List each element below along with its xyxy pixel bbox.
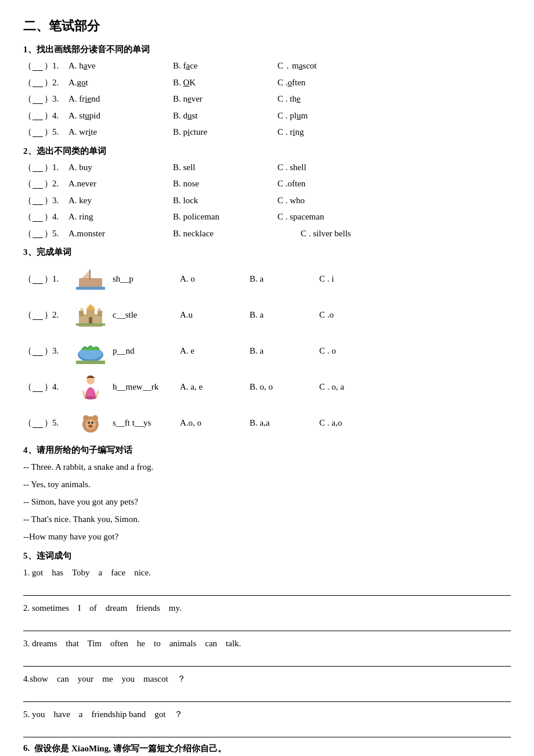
option-a: A.o, o (180, 416, 250, 431)
sentence-num: 5. you have a friendship band got ？ (23, 710, 183, 719)
svg-point-25 (85, 419, 96, 430)
table-row: （ ） 5. A.monster B. necklace C . silver … (23, 226, 511, 242)
svg-rect-5 (79, 311, 84, 316)
option-c: C . ring (277, 125, 304, 140)
option-b: B. sell (173, 160, 277, 175)
answer-blank[interactable] (33, 179, 43, 189)
option-b: B. o, o (250, 380, 319, 395)
word-blank: s__ft t__ys (113, 416, 171, 431)
option-b: B. a (250, 308, 319, 323)
table-row: （ ） 5. A. write B. picture C . ring (23, 125, 511, 140)
option-c: C . o, a (319, 380, 344, 395)
svg-rect-3 (89, 269, 91, 280)
section1-title: 1、找出画线部分读音不同的单词 (23, 44, 511, 55)
answer-blank[interactable] (33, 311, 43, 320)
answer-blank[interactable] (33, 213, 43, 222)
main-title: 二、笔试部分 (23, 17, 511, 35)
answer-blank[interactable] (33, 128, 43, 137)
section3-title: 3、完成单词 (23, 247, 511, 258)
sentence-num: 4.show can your me you mascot ？ (23, 674, 186, 683)
option-b: B. lock (173, 193, 277, 208)
list-item: （ ） 4. h__mew__rk A. a, e B. o, o C . o,… (23, 373, 511, 402)
paren-open: （ (23, 75, 31, 91)
option-c: C . o (319, 344, 336, 359)
list-item: （ ） 3. p__nd A. e B. a C . o (23, 337, 511, 366)
word-blank: p__nd (113, 344, 171, 359)
svg-line-20 (96, 391, 98, 398)
paren-close: ） (44, 125, 52, 140)
option-a: A. friend (68, 92, 173, 107)
option-c: C .often (277, 177, 305, 192)
image-castle (73, 301, 108, 330)
answer-blank[interactable] (33, 163, 43, 172)
word-blank: h__mew__rk (113, 380, 171, 395)
bear-icon (76, 411, 105, 436)
option-a: A.monster (68, 226, 173, 242)
q-num: 5. (52, 125, 66, 140)
option-b: B. necklace (173, 226, 277, 242)
list-item: （ ） 5. s__ft t__ys A.o, o B. a,a C . a,o (23, 409, 511, 438)
paren-close: ） (44, 75, 52, 91)
option-b: B. policeman (173, 210, 277, 225)
q-num: 3. (52, 92, 66, 107)
sentence-row: 4.show can your me you mascot ？ (23, 671, 511, 687)
answer-blank[interactable] (33, 275, 43, 284)
svg-rect-14 (76, 323, 105, 326)
svg-line-19 (83, 391, 85, 398)
svg-rect-6 (98, 311, 102, 316)
sentence-row: 3. dreams that Tim often he to animals c… (23, 636, 511, 651)
section6-prompt: 假设你是 XiaoMing, 请你写一篇短文介绍你自己。 (34, 743, 226, 754)
dialogue-line: -- Yes, toy animals. (23, 477, 511, 492)
answer-blank[interactable] (33, 347, 43, 356)
section5-title: 5、连词成句 (23, 550, 511, 561)
answer-line-5[interactable] (23, 725, 511, 737)
sentence-row: 1. got has Toby a face nice. (23, 565, 511, 581)
table-row: （ ） 3. A. key B. lock C . who (23, 193, 511, 208)
girl-icon (76, 375, 105, 400)
option-b: B. dust (173, 109, 277, 124)
option-c: C .often (277, 75, 305, 91)
answer-blank[interactable] (33, 111, 43, 120)
option-a: A. buy (68, 160, 173, 175)
image-pond (73, 337, 108, 366)
section1: 1、找出画线部分读音不同的单词 （ ） 1. A. have B. face C… (23, 44, 511, 140)
answer-blank[interactable] (33, 95, 43, 104)
option-a: A. a, e (180, 380, 250, 395)
image-homework (73, 373, 108, 402)
answer-blank[interactable] (33, 62, 43, 71)
svg-rect-7 (86, 308, 95, 316)
paren-open: （ (23, 59, 31, 74)
ship-icon (76, 267, 105, 292)
option-a: A. o (180, 272, 250, 287)
svg-point-21 (85, 396, 96, 399)
option-c: C . a,o (319, 416, 342, 431)
section4: 4、请用所给的句子编写对话 -- Three. A rabbit, a snak… (23, 445, 511, 545)
svg-marker-1 (82, 269, 91, 278)
section6: 6. 假设你是 XiaoMing, 请你写一篇短文介绍你自己。 要点：我读六年级… (23, 743, 511, 756)
option-b: B. never (173, 92, 277, 107)
option-a: A.u (180, 308, 250, 323)
option-c: C . who (277, 193, 305, 208)
svg-rect-9 (98, 308, 100, 311)
answer-line-3[interactable] (23, 654, 511, 667)
answer-blank[interactable] (33, 383, 43, 392)
sentence-row: 5. you have a friendship band got ？ (23, 707, 511, 722)
section3: 3、完成单词 （ ） 1. sh__p A. o B. a C . i （ ） … (23, 247, 511, 438)
sentence-num: 3. dreams that Tim often he to animals c… (23, 639, 241, 648)
paren-close: ） (44, 92, 52, 107)
answer-line-4[interactable] (23, 689, 511, 702)
answer-blank[interactable] (33, 78, 43, 87)
answer-blank[interactable] (33, 229, 43, 238)
option-b: B. face (173, 59, 277, 74)
svg-rect-12 (89, 317, 92, 324)
answer-line-2[interactable] (23, 618, 511, 631)
answer-line-1[interactable] (23, 583, 511, 596)
option-c: C . silver bells (301, 226, 351, 242)
svg-rect-2 (76, 287, 105, 290)
option-b: B. OK (173, 75, 277, 91)
answer-blank[interactable] (33, 419, 43, 428)
option-a: A. write (68, 125, 173, 140)
answer-blank[interactable] (33, 196, 43, 205)
option-c: C . shell (277, 160, 306, 175)
option-b: B. nose (173, 177, 277, 192)
